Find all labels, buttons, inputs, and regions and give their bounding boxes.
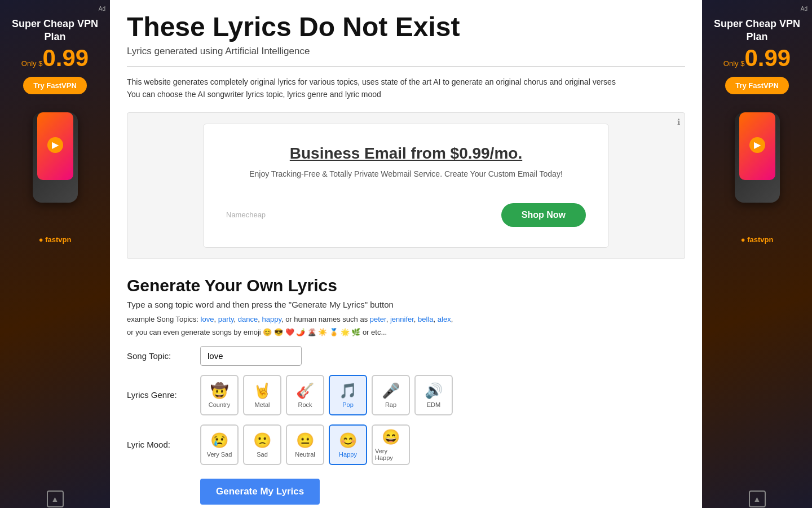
mood-neutral[interactable]: 😐 Neutral (286, 424, 324, 465)
genre-options: 🤠 Country 🤘 Metal 🎸 Rock 🎵 Pop (200, 375, 453, 415)
right-ad-headline: Super Cheap VPN Plan (707, 17, 807, 44)
mood-very-sad-label: Very Sad (207, 451, 232, 458)
site-title: These Lyrics Do Not Exist (127, 11, 685, 42)
header-divider (127, 66, 685, 67)
right-ad-sidebar: Ad Super Cheap VPN Plan Only $0.99 Try F… (702, 0, 812, 508)
left-ad-headline: Super Cheap VPN Plan (5, 17, 105, 44)
banner-ad-description: Enjoy Tracking-Free & Totally Private We… (249, 169, 563, 178)
example-alex[interactable]: alex (438, 315, 451, 323)
genre-country-label: Country (209, 401, 231, 408)
country-icon: 🤠 (210, 382, 228, 400)
mood-happy[interactable]: 😊 Happy (329, 424, 367, 465)
right-ad-label: Ad (801, 6, 807, 12)
genre-rap[interactable]: 🎤 Rap (372, 375, 410, 415)
banner-ad-brand: Namecheap (226, 211, 266, 219)
banner-ad: ℹ Business Email from $0.99/mo. Enjoy Tr… (127, 112, 685, 259)
left-ad-try-button[interactable]: Try FastVPN (23, 77, 87, 94)
genre-edm[interactable]: 🔊 EDM (414, 375, 453, 415)
ad-info-icon[interactable]: ℹ (677, 117, 680, 126)
genre-rap-label: Rap (385, 401, 396, 408)
lyric-mood-row: Lyric Mood: 😢 Very Sad 🙁 Sad 😐 Neutral (127, 424, 685, 465)
site-description: This website generates completely origin… (127, 76, 685, 101)
left-ad-phone: ▶ (24, 106, 86, 230)
left-ad-only: Only $0.99 (21, 46, 89, 70)
generate-section: Generate Your Own Lyrics Type a song top… (127, 276, 685, 505)
genre-country[interactable]: 🤠 Country (200, 375, 239, 415)
example-happy[interactable]: happy (262, 315, 281, 323)
sad-icon: 🙁 (253, 432, 271, 449)
main-content: These Lyrics Do Not Exist Lyrics generat… (110, 0, 702, 508)
example-jennifer[interactable]: jennifer (390, 315, 414, 323)
metal-icon: 🤘 (253, 382, 271, 400)
mood-sad[interactable]: 🙁 Sad (243, 424, 281, 465)
example-love[interactable]: love (201, 315, 214, 323)
right-ad-content: Super Cheap VPN Plan Only $0.99 Try Fast… (707, 14, 807, 244)
lyric-mood-label: Lyric Mood: (127, 440, 200, 449)
right-ad-scroll-up[interactable]: ▲ (749, 491, 766, 507)
genre-rock[interactable]: 🎸 Rock (286, 375, 324, 415)
mood-very-sad[interactable]: 😢 Very Sad (200, 424, 239, 465)
song-topic-row: Song Topic: (127, 346, 685, 366)
mood-very-happy-label: Very Happy (375, 448, 407, 461)
right-ad-only: Only $0.99 (723, 46, 791, 70)
genre-metal[interactable]: 🤘 Metal (243, 375, 281, 415)
left-ad-sidebar: Ad Super Cheap VPN Plan Only $0.99 Try F… (0, 0, 110, 508)
generate-instruction: Type a song topic word and then press th… (127, 300, 685, 309)
neutral-icon: 😐 (296, 432, 314, 449)
happy-icon: 😊 (339, 432, 357, 449)
mood-neutral-label: Neutral (295, 451, 315, 458)
mood-sad-label: Sad (257, 451, 268, 458)
right-ad-try-button[interactable]: Try FastVPN (725, 77, 789, 94)
mood-happy-label: Happy (339, 451, 357, 458)
example-peter[interactable]: peter (370, 315, 386, 323)
example-topics: example Song Topics: love, party, dance,… (127, 313, 685, 339)
banner-ad-shop-button[interactable]: Shop Now (501, 203, 586, 227)
left-ad-fastvpn-logo: ● fastvpn (39, 235, 72, 244)
pop-icon: 🎵 (339, 382, 357, 400)
lyrics-genre-label: Lyrics Genre: (127, 390, 200, 400)
edm-icon: 🔊 (425, 382, 443, 400)
left-ad-scroll-up[interactable]: ▲ (47, 491, 64, 507)
banner-ad-footer: Namecheap Shop Now (226, 203, 586, 227)
site-subtitle: Lyrics generated using Artificial Intell… (127, 46, 685, 57)
left-ad-content: Super Cheap VPN Plan Only $0.99 Try Fast… (5, 14, 105, 244)
example-party[interactable]: party (218, 315, 234, 323)
lyrics-genre-row: Lyrics Genre: 🤠 Country 🤘 Metal 🎸 Rock (127, 375, 685, 415)
banner-ad-inner: Business Email from $0.99/mo. Enjoy Trac… (203, 124, 609, 248)
very-sad-icon: 😢 (210, 432, 228, 449)
song-topic-input[interactable] (200, 346, 302, 366)
left-ad-label: Ad (99, 6, 105, 12)
generate-lyrics-button[interactable]: Generate My Lyrics (200, 479, 320, 505)
banner-ad-title: Business Email from $0.99/mo. (290, 144, 522, 163)
example-bella[interactable]: bella (418, 315, 433, 323)
rap-icon: 🎤 (382, 382, 400, 400)
right-ad-phone: ▶ (726, 106, 788, 230)
song-topic-label: Song Topic: (127, 351, 200, 361)
genre-rock-label: Rock (298, 401, 312, 408)
rock-icon: 🎸 (296, 382, 314, 400)
genre-metal-label: Metal (255, 401, 270, 408)
genre-edm-label: EDM (427, 401, 440, 408)
genre-pop[interactable]: 🎵 Pop (329, 375, 367, 415)
genre-pop-label: Pop (342, 401, 354, 408)
example-dance[interactable]: dance (238, 315, 258, 323)
generate-title: Generate Your Own Lyrics (127, 276, 685, 295)
very-happy-icon: 😄 (382, 428, 400, 446)
mood-options: 😢 Very Sad 🙁 Sad 😐 Neutral 😊 Happy (200, 424, 410, 465)
right-ad-fastvpn-logo: ● fastvpn (741, 235, 774, 244)
mood-very-happy[interactable]: 😄 Very Happy (372, 424, 410, 465)
